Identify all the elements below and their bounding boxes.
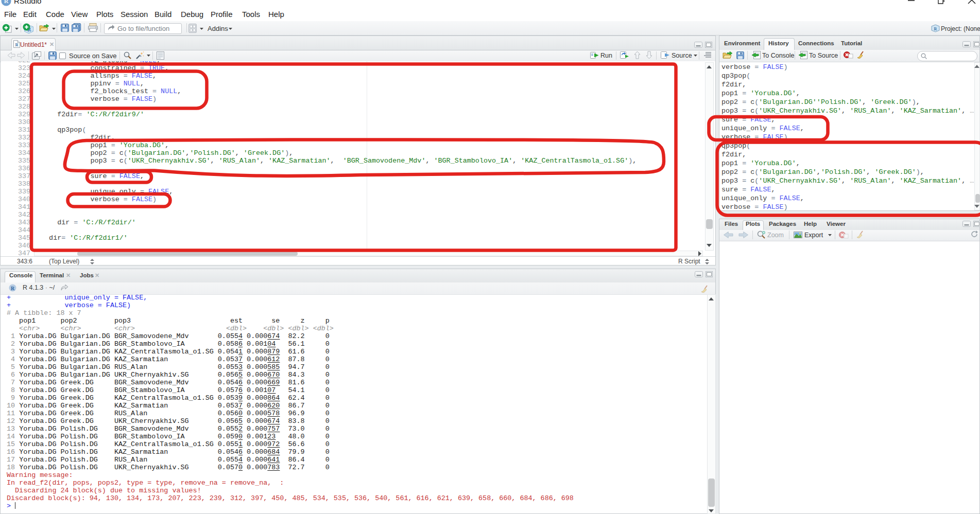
svg-text:R: R — [15, 42, 19, 47]
svg-text:R: R — [4, 0, 9, 5]
svg-text:R: R — [11, 286, 15, 291]
svg-text:R: R — [934, 27, 937, 31]
